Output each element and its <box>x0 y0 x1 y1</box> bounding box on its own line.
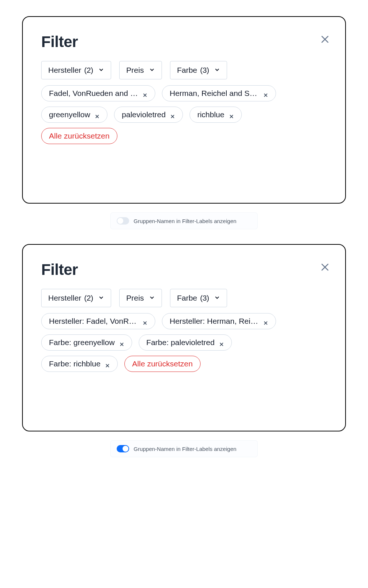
filter-badge: greenyellow <box>41 107 107 123</box>
close-icon <box>263 319 268 327</box>
badge-label: greenyellow <box>49 110 90 119</box>
filter-badge: Herman, Reichel and Streich <box>162 85 276 101</box>
filter-dropdown-hersteller[interactable]: Hersteller (2) <box>41 61 111 79</box>
active-filters: Hersteller: Fadel, VonRueden and Stanton… <box>41 313 277 372</box>
toggle-label: Gruppen-Namen in Filter-Labels anzeigen <box>134 218 236 224</box>
close-icon <box>119 340 124 348</box>
filter-dropdown-preis[interactable]: Preis <box>119 289 162 307</box>
dropdown-label: Farbe <box>177 66 197 75</box>
chevron-down-icon <box>212 66 220 75</box>
badge-label: Hersteller: Herman, Reichel and Streich <box>170 317 259 326</box>
close-icon <box>320 34 330 46</box>
badge-label: Hersteller: Fadel, VonRueden and Stanton <box>49 317 138 326</box>
close-icon <box>142 319 148 327</box>
remove-badge-button[interactable] <box>229 112 234 117</box>
dropdown-row: Hersteller (2) Preis Farbe (3) <box>41 61 327 79</box>
dropdown-count: (2) <box>84 294 93 302</box>
group-names-toggle[interactable] <box>117 217 129 225</box>
dropdown-count: (3) <box>200 66 209 75</box>
filter-badge: Fadel, VonRueden and Stanton <box>41 85 155 101</box>
badge-label: palevioletred <box>122 110 166 119</box>
chevron-down-icon <box>147 66 155 75</box>
dropdown-count: (3) <box>200 294 209 302</box>
filter-badge: Hersteller: Fadel, VonRueden and Stanton <box>41 313 155 329</box>
dropdown-label: Preis <box>126 294 144 302</box>
close-button[interactable] <box>319 34 331 46</box>
close-icon <box>229 112 234 121</box>
chevron-down-icon <box>96 66 104 75</box>
close-icon <box>95 112 100 121</box>
dropdown-label: Hersteller <box>48 294 81 302</box>
close-icon <box>105 361 110 370</box>
dropdown-count: (2) <box>84 66 93 75</box>
filter-panel: Filter Hersteller (2) Preis Farbe <box>22 244 346 431</box>
filter-dropdown-farbe[interactable]: Farbe (3) <box>170 289 227 307</box>
chevron-down-icon <box>147 294 155 302</box>
chevron-down-icon <box>96 294 104 302</box>
toggle-label: Gruppen-Namen in Filter-Labels anzeigen <box>134 446 236 452</box>
panel-title: Filter <box>41 33 327 51</box>
close-icon <box>263 91 268 99</box>
active-filters: Fadel, VonRueden and Stanton Herman, Rei… <box>41 85 277 144</box>
filter-badge: Hersteller: Herman, Reichel and Streich <box>162 313 276 329</box>
toggle-card: Gruppen-Namen in Filter-Labels anzeigen <box>110 212 258 229</box>
badge-label: Fadel, VonRueden and Stanton <box>49 89 138 98</box>
remove-badge-button[interactable] <box>263 319 268 324</box>
remove-badge-button[interactable] <box>142 319 148 324</box>
filter-dropdown-farbe[interactable]: Farbe (3) <box>170 61 227 79</box>
filter-panel: Filter Hersteller (2) Preis Farbe <box>22 16 346 204</box>
dropdown-row: Hersteller (2) Preis Farbe (3) <box>41 289 327 307</box>
toggle-knob <box>117 218 123 224</box>
reset-all-button[interactable]: Alle zurücksetzen <box>41 128 117 144</box>
close-icon <box>320 262 330 274</box>
badge-label: Farbe: richblue <box>49 359 100 368</box>
remove-badge-button[interactable] <box>170 112 175 117</box>
close-icon <box>170 112 175 121</box>
chevron-down-icon <box>212 294 220 302</box>
badge-label: Herman, Reichel and Streich <box>170 89 259 98</box>
close-button[interactable] <box>319 262 331 274</box>
close-icon <box>219 340 224 348</box>
filter-dropdown-hersteller[interactable]: Hersteller (2) <box>41 289 111 307</box>
close-icon <box>142 91 148 99</box>
remove-badge-button[interactable] <box>142 91 148 96</box>
filter-badge: palevioletred <box>114 107 183 123</box>
reset-all-button[interactable]: Alle zurücksetzen <box>124 356 201 372</box>
filter-badge: Farbe: greenyellow <box>41 334 132 351</box>
remove-badge-button[interactable] <box>119 340 124 345</box>
filter-badge: richblue <box>190 107 242 123</box>
filter-badge: Farbe: palevioletred <box>139 334 232 351</box>
dropdown-label: Preis <box>126 66 144 75</box>
remove-badge-button[interactable] <box>263 91 268 96</box>
remove-badge-button[interactable] <box>219 340 224 345</box>
badge-label: richblue <box>197 110 224 119</box>
dropdown-label: Farbe <box>177 294 197 302</box>
badge-label: Farbe: palevioletred <box>146 338 215 347</box>
panel-title: Filter <box>41 261 327 279</box>
remove-badge-button[interactable] <box>105 361 110 366</box>
remove-badge-button[interactable] <box>95 112 100 117</box>
badge-label: Farbe: greenyellow <box>49 338 115 347</box>
dropdown-label: Hersteller <box>48 66 81 75</box>
filter-badge: Farbe: richblue <box>41 356 118 372</box>
filter-dropdown-preis[interactable]: Preis <box>119 61 162 79</box>
toggle-card: Gruppen-Namen in Filter-Labels anzeigen <box>110 440 258 457</box>
toggle-knob <box>123 446 128 452</box>
group-names-toggle[interactable] <box>117 445 129 452</box>
